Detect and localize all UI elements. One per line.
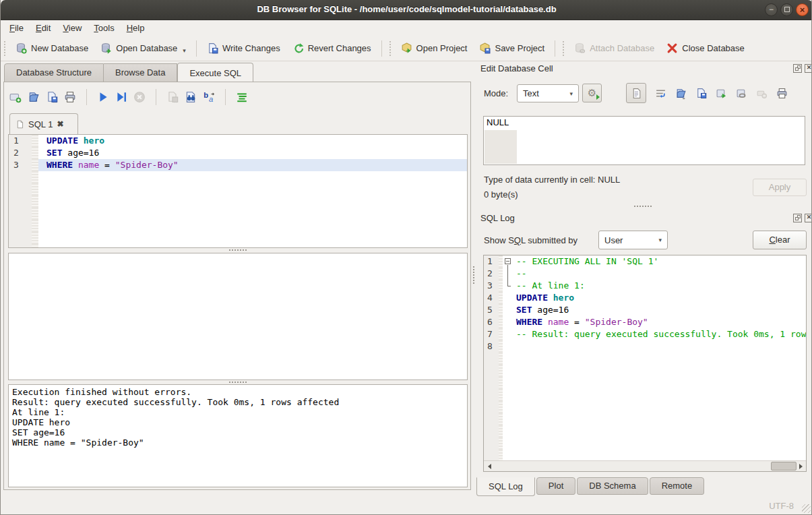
horizontal-scrollbar[interactable] [484,460,806,471]
float-dock-icon[interactable] [793,64,802,73]
replace-icon[interactable]: ba [203,91,215,103]
code-token: = [99,160,115,170]
tab-db-schema[interactable]: DB Schema [577,477,648,495]
cell-editor-toolbar [626,83,788,103]
sql-log-filter-select[interactable]: User ▾ [598,231,668,249]
code-token [78,135,84,146]
print-cell-icon[interactable] [776,88,788,99]
maximize-glyph [784,7,790,12]
save-cell-icon[interactable] [695,88,707,99]
sql-log-dock-title: SQL Log [480,213,515,223]
line-content: -- EXECUTING ALL IN 'SQL 1' [513,255,806,268]
code-token: WHERE [516,317,542,327]
menu-view[interactable]: View [57,21,88,35]
editor-margin [32,147,38,159]
import-cell-icon[interactable] [675,88,687,99]
menu-help[interactable]: Help [121,21,151,35]
line-content [513,437,806,450]
revert-changes-button[interactable]: Revert Changes [286,39,377,57]
save-results-icon [166,91,179,103]
tab-remote[interactable]: Remote [650,477,705,495]
line-content: SET age=16 [513,304,806,316]
auto-format-button[interactable]: ⚙ [582,84,602,102]
menu-file[interactable]: File [3,21,30,35]
close-database-button[interactable]: Close Database [660,39,751,57]
tab-sql-log[interactable]: SQL Log [476,477,535,496]
results-grid[interactable] [8,253,468,380]
tab-execute-sql[interactable]: Execute SQL [177,63,253,83]
stop-execution-icon [133,91,146,103]
toolbar-grip[interactable] [562,41,565,56]
line-content [513,389,806,401]
new-sql-tab-icon[interactable] [9,91,22,103]
new-database-button[interactable]: New Database [9,39,94,57]
save-sql-file-icon[interactable] [46,91,58,103]
main-toolbar: New Database Open Database ▾ Write Chang… [1,36,812,61]
open-sql-file-icon[interactable] [28,91,40,103]
clear-log-button[interactable]: Clear [753,231,807,249]
fold-margin [503,450,513,460]
close-sql-tab-icon[interactable]: ✖ [57,119,63,129]
toolbar-grip[interactable] [389,41,392,56]
execute-sql-icon[interactable] [97,91,109,103]
float-dock-icon[interactable] [793,214,802,222]
app-window: DB Browser for SQLite - /home/user/code/… [0,0,812,515]
tab-plot[interactable]: Plot [536,477,575,495]
editor-line: 3WHERE name = "Spider-Boy" [9,159,467,171]
minimize-icon[interactable]: − [765,3,778,16]
find-icon[interactable] [185,91,197,103]
execution-message[interactable]: Execution finished without errors. Resul… [8,384,468,487]
write-changes-label: Write Changes [222,43,280,53]
line-number [484,365,499,377]
line-content: -- At line 1: [513,280,806,292]
maximize-icon[interactable] [780,3,793,16]
sql-log-viewer[interactable]: 1-- EXECUTING ALL IN 'SQL 1'2--3-- At li… [483,255,807,472]
menu-tools[interactable]: Tools [88,21,120,35]
open-project-button[interactable]: Open Project [395,39,474,57]
text-mode-toggle[interactable] [626,83,646,103]
open-database-button[interactable]: Open Database ▾ [94,39,192,57]
save-project-label: Save Project [495,43,544,53]
fold-collapse-icon[interactable] [505,258,511,264]
main-vertical-splitter[interactable] [472,266,476,289]
line-number: 2 [9,147,32,159]
execute-current-line-icon[interactable] [115,91,127,103]
format-sql-icon[interactable] [236,91,248,103]
fold-line [507,268,508,280]
scroll-left-icon[interactable] [484,461,495,471]
line-number [484,353,499,365]
line-content [513,425,806,437]
editor-results-splitter[interactable] [8,248,468,252]
open-database-dropdown-icon[interactable]: ▾ [183,47,186,54]
line-content [38,171,467,183]
close-window-icon[interactable]: × [796,3,809,16]
encoding-indicator[interactable]: UTF-8 [769,501,794,511]
save-project-button[interactable]: Save Project [473,39,551,57]
sql-code-editor[interactable]: 1UPDATE hero2SET age=163WHERE name = "Sp… [8,134,468,248]
tab-browse-data[interactable]: Browse Data [104,63,177,82]
toolbar-grip[interactable] [3,41,7,56]
menu-edit[interactable]: Edit [30,21,57,35]
write-changes-button[interactable]: Write Changes [201,39,286,57]
export-cell-icon[interactable] [716,88,727,99]
close-dock-icon[interactable]: ✕ [805,214,812,222]
sql-document-tab[interactable]: SQL 1 ✖ [9,113,78,134]
tab-database-structure[interactable]: Database Structure [4,63,104,82]
scrollbar-thumb[interactable] [771,462,797,471]
link-cell-icon[interactable] [736,88,747,99]
line-number [484,377,499,389]
code-token: SET [46,148,62,158]
line-number [9,220,32,232]
fold-margin [503,316,513,328]
dock-splitter[interactable] [634,206,654,208]
resize-grip-icon[interactable] [802,504,811,513]
cell-value-editor[interactable]: NULL [483,116,805,165]
edit-cell-dock-title: Edit Database Cell [480,63,553,73]
scroll-right-icon[interactable] [795,461,806,471]
word-wrap-icon[interactable] [655,88,666,99]
line-content: -- Result: query executed successfully. … [513,328,806,340]
close-dock-icon[interactable]: ✕ [805,64,812,73]
print-sql-icon[interactable] [64,91,76,103]
mode-select[interactable]: Text ▾ [517,84,579,102]
cell-size-label: 0 byte(s) [484,189,518,200]
